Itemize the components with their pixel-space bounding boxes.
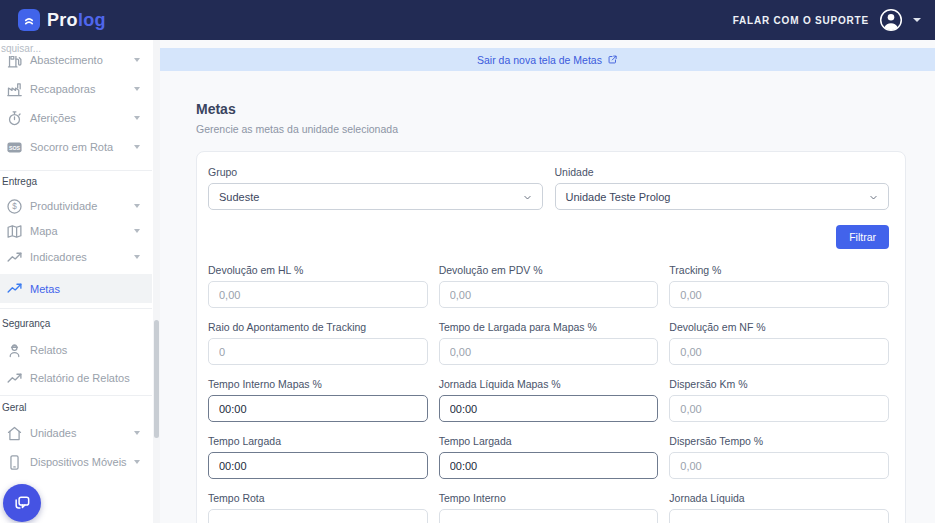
sidebar-scrollbar-track <box>153 40 160 523</box>
chat-fab-button[interactable] <box>3 484 41 522</box>
field-input[interactable] <box>669 395 889 422</box>
top-header: Prolog FALAR COM O SUPORTE <box>0 0 935 40</box>
field-label: Jornada Líquida Mapas % <box>439 378 659 390</box>
unit-select-value: Unidade Teste Prolog <box>566 191 671 203</box>
chevron-down-icon <box>134 204 140 208</box>
sidebar-item-afericoes[interactable]: Aferições <box>0 106 152 130</box>
sidebar-item-metas[interactable]: Metas <box>0 274 152 303</box>
field-input[interactable] <box>439 509 659 523</box>
field-tempo-largada-mapas: Tempo de Largada para Mapas % <box>439 321 659 365</box>
main-content: Sair da nova tela de Metas Metas Gerenci… <box>160 40 935 523</box>
field-input[interactable] <box>439 281 659 308</box>
field-input[interactable] <box>439 395 659 422</box>
field-input[interactable] <box>208 395 428 422</box>
sidebar-item-label: Relatos <box>30 344 67 356</box>
trend-up-icon <box>6 280 23 297</box>
field-devolucao-hl: Devolução em HL % <box>208 264 428 308</box>
field-devolucao-nf: Devolução em NF % <box>669 321 889 365</box>
chevron-down-icon[interactable] <box>913 18 921 22</box>
chevron-down-icon <box>134 229 140 233</box>
sidebar-item-indicadores[interactable]: Indicadores <box>0 245 152 269</box>
sidebar-item-unidades[interactable]: Unidades <box>0 421 152 445</box>
svg-text:$: $ <box>12 202 17 211</box>
sidebar-item-label: Dispositivos Móveis <box>30 456 127 468</box>
field-input[interactable] <box>669 509 889 523</box>
exit-new-metas-label: Sair da nova tela de Metas <box>477 54 602 66</box>
field-tempo-interno-mapas: Tempo Interno Mapas % <box>208 378 428 422</box>
external-link-icon <box>607 54 618 65</box>
field-tracking: Tracking % <box>669 264 889 308</box>
field-input[interactable] <box>208 509 428 523</box>
unit-label: Unidade <box>555 166 890 178</box>
sidebar-item-label: Aferições <box>30 112 76 124</box>
chevron-down-icon <box>523 193 532 202</box>
page-subtitle: Gerencie as metas da unidade selecionada <box>196 123 398 135</box>
field-label: Jornada Líquida <box>669 492 889 504</box>
sidebar-item-produtividade[interactable]: $ Produtividade <box>0 194 152 218</box>
sidebar-item-label: Unidades <box>30 427 76 439</box>
stopwatch-icon <box>6 110 23 127</box>
unit-select[interactable]: Unidade Teste Prolog <box>555 183 890 210</box>
group-select-value: Sudeste <box>219 191 259 203</box>
field-input[interactable] <box>669 338 889 365</box>
svg-text:SOS: SOS <box>9 144 21 150</box>
trend-up-icon <box>6 249 23 266</box>
sidebar-item-label: Relatório de Relatos <box>30 372 130 384</box>
sidebar-item-mapa[interactable]: Mapa <box>0 219 152 243</box>
sidebar-item-dispositivos-moveis[interactable]: Dispositivos Móveis <box>0 450 152 474</box>
chat-bubble-icon <box>12 493 32 513</box>
chevron-down-icon <box>869 193 878 202</box>
metas-banner: Sair da nova tela de Metas <box>160 48 935 71</box>
support-link[interactable]: FALAR COM O SUPORTE <box>733 15 869 26</box>
divider <box>0 170 152 171</box>
unit-select-wrap: Unidade Unidade Teste Prolog <box>555 166 890 210</box>
field-input[interactable] <box>669 281 889 308</box>
field-input[interactable] <box>208 452 428 479</box>
search-placeholder: squisar... <box>1 43 41 54</box>
field-input[interactable] <box>439 338 659 365</box>
exit-new-metas-link[interactable]: Sair da nova tela de Metas <box>477 54 618 66</box>
chevron-down-icon <box>134 58 140 62</box>
field-input[interactable] <box>439 452 659 479</box>
prolog-logo[interactable]: Prolog <box>18 9 106 31</box>
divider <box>0 395 152 396</box>
filters-row: Grupo Sudeste Unidade Unidade Teste Prol… <box>208 166 889 210</box>
field-input[interactable] <box>669 452 889 479</box>
field-input[interactable] <box>208 281 428 308</box>
group-select[interactable]: Sudeste <box>208 183 543 210</box>
divider <box>0 308 152 309</box>
logo-text-pro: Pro <box>47 10 78 30</box>
prolog-logo-icon <box>18 9 40 31</box>
chevron-down-icon <box>134 431 140 435</box>
sidebar-section-entrega: Entrega <box>2 176 37 187</box>
factory-icon <box>6 81 23 98</box>
field-label: Tempo Rota <box>208 492 428 504</box>
field-label: Tempo Interno <box>439 492 659 504</box>
home-icon <box>6 425 23 442</box>
logo-text: Prolog <box>47 10 106 31</box>
sidebar-section-geral: Geral <box>2 402 26 413</box>
field-label: Devolução em PDV % <box>439 264 659 276</box>
sidebar-scrollbar-thumb[interactable] <box>154 320 159 438</box>
sidebar-item-recapadoras[interactable]: Recapadoras <box>0 77 152 101</box>
group-select-wrap: Grupo Sudeste <box>208 166 543 210</box>
field-jornada-liquida-mapas: Jornada Líquida Mapas % <box>439 378 659 422</box>
field-tempo-largada-1: Tempo Largada <box>208 435 428 479</box>
sidebar-item-socorro-em-rota[interactable]: SOS Socorro em Rota <box>0 135 152 159</box>
sidebar-search-input[interactable]: squisar... <box>0 40 152 56</box>
sidebar-item-relatorio-de-relatos[interactable]: Relatório de Relatos <box>0 366 152 390</box>
field-input[interactable] <box>208 338 428 365</box>
header-actions: FALAR COM O SUPORTE <box>733 8 921 32</box>
user-avatar-icon[interactable] <box>879 8 903 32</box>
field-label: Tempo Largada <box>439 435 659 447</box>
filter-button[interactable]: Filtrar <box>836 225 889 249</box>
chevron-down-icon <box>134 460 140 464</box>
sidebar-item-relatos[interactable]: Relatos <box>0 338 152 362</box>
field-tempo-largada-2: Tempo Largada <box>439 435 659 479</box>
trend-up-icon <box>6 370 23 387</box>
metas-form-card: Grupo Sudeste Unidade Unidade Teste Prol… <box>196 151 906 523</box>
chevron-down-icon <box>134 145 140 149</box>
chevron-down-icon <box>134 255 140 259</box>
sidebar-item-label: Recapadoras <box>30 83 95 95</box>
field-label: Devolução em NF % <box>669 321 889 333</box>
